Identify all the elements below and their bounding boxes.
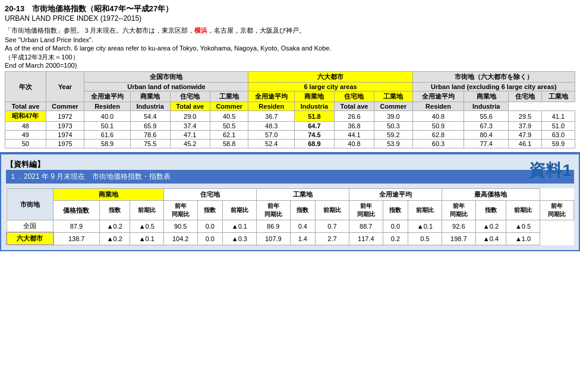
year-en-cell: 1973 [46,122,84,131]
s-ind-cell: 50.3 [374,122,413,131]
e-ind-cell: 59.9 [541,140,575,148]
table-cell: 1.4 [290,232,315,245]
yokohama-text: 横浜 [194,27,207,34]
bt-zen-zenki: 前期比 [408,201,442,220]
e-shogyo-jp: 商業地 [464,91,509,102]
table-cell: 2.7 [315,232,349,245]
e-ind-cell: 51.0 [541,122,575,131]
e-res-cell: 29.5 [509,111,542,122]
bt-kogyo-zenki: 前期比 [315,201,349,220]
year-en-cell: 1972 [46,111,84,122]
nationwide-header: 全国市街地 [84,72,248,83]
table-cell: ▲0.5 [506,220,540,233]
excluding-en: Urban land (excluding 6 large city areas… [412,83,575,91]
n-total-cell: 61.6 [84,131,131,140]
n-ind-cell: 58.8 [210,140,248,148]
title-en: URBAN LAND PRICE INDEX (1972--2015) [5,14,575,23]
s-res-cell: 26.6 [334,111,374,122]
s-zenyoto-jp: 全用途平均 [248,91,295,102]
e-total-cell: 60.3 [412,140,464,148]
sixcity-header: 六大都市 [248,72,412,83]
excluding-header: 市街地（六大都市を除く） [412,72,575,83]
bt-shogyo-zennen: 前年同期比 [163,201,197,220]
n-jutaku-en: Residen [84,102,131,111]
n-ind-cell: 40.5 [210,111,248,122]
n-ind-cell: 62.1 [210,131,248,140]
e-jutaku-en: Residen [412,102,464,111]
bottom-subtitle: １．2021 年 9 月末現在 市街地価格指数・指数表 [6,170,574,184]
table-cell: 117.4 [349,232,383,245]
e-ind-cell: 41.1 [541,111,575,122]
e-zenyoto-en: Total ave [334,102,374,111]
e-res-cell: 37.9 [509,122,542,131]
s-ind-cell: 39.0 [374,111,413,122]
year-en-cell: 1975 [46,140,84,148]
table-cell: ▲0.2 [475,220,506,233]
table-cell: ▲0.2 [99,220,130,233]
table-cell: 86.9 [256,220,290,233]
main-table: 年次 Year 全国市街地 六大都市 市街地（六大都市を除く） [5,71,575,148]
table-cell: ▲0.2 [99,232,130,245]
e-shogyo-en: Commer [374,102,413,111]
bt-jutaku-zenki: 前期比 [222,201,256,220]
s-total-cell: 52.4 [248,140,295,148]
sixcity-en: 6 large city areas [248,83,412,91]
s-res-cell: 36.8 [334,122,374,131]
s-total-cell: 57.0 [248,131,295,140]
n-shogyo-en: Commer [46,102,84,111]
table-cell: 0.0 [383,220,408,233]
s-ind-cell: 59.2 [374,131,413,140]
bottom-section: 資料1 【資料編】 １．2021 年 9 月末現在 市街地価格指数・指数表 市街… [0,153,580,251]
n-res-cell: 47.1 [170,131,210,140]
table-cell: 0.4 [290,220,315,233]
n-kogyo-jp: 工業地 [210,91,248,102]
table-cell: ▲0.5 [130,220,163,233]
table-cell: 107.9 [256,232,290,245]
n-com-cell: 78.6 [130,131,170,140]
e-com-cell: 80.4 [464,131,509,140]
year-jp-header: 年次 [5,72,46,102]
n-com-cell: 65.9 [130,122,170,131]
table-cell: ▲1.0 [506,232,540,245]
bt-shogyo-header: 商業地 [53,189,163,201]
n-total-cell: 58.9 [84,140,131,148]
bottom-table: 市街地 商業地 住宅地 工業地 全用途平均 最高価格地 価格指数 指数 前期比 … [6,188,574,245]
n-total-cell: 40.0 [84,111,131,122]
e-res-cell: 47.9 [509,131,542,140]
table-cell: ▲0.1 [408,220,442,233]
nationwide-en: Urban land of nationwide [84,83,248,91]
s-total-cell: 48.3 [248,122,295,131]
bt-zen-zennen: 前年同期比 [442,201,475,220]
e-kogyo-en: Industria [464,102,509,111]
s-com-cell: 74.5 [294,131,334,140]
table-cell: 90.5 [163,220,197,233]
e-total-cell: 40.8 [412,111,464,122]
bt-zen-shisu: 指数 [383,201,408,220]
s-shogyo-jp: 商業地 [294,91,334,102]
bracket-label: 【資料編】 [6,159,574,170]
note-jp-1: 「市街地価格指数」参照。３月末現在。六大都市は，東京区部，横浜，名古屋，京都，大… [5,26,575,35]
bt-saiko-header: 最高価格地 [442,189,540,201]
note-jp-2: （平成12年3月末＝100） [5,53,575,62]
s-shogyo-en: Commer [210,102,248,111]
table-cell: 104.2 [163,232,197,245]
bt-zenyoto-header: 全用途平均 [349,189,442,201]
table-cell: ▲0.4 [475,232,506,245]
table-cell: ▲0.3 [222,232,256,245]
s-res-cell: 40.8 [334,140,374,148]
bt-jutaku-shisu: 指数 [197,201,222,220]
s-zenyoto-en: Total ave [170,102,210,111]
e-total-cell: 62.8 [412,131,464,140]
bt-kogyo-header: 工業地 [256,189,349,201]
s-total-cell: 36.7 [248,111,295,122]
e-zenyoto-jp: 全用途平均 [412,91,464,102]
table-cell: ▲0.1 [222,220,256,233]
note-jp-post: ，名古屋，京都，大阪及び神戸。 [207,27,305,34]
table-cell: 0.0 [197,220,222,233]
n-res-cell: 29.0 [170,111,210,122]
year-jp-cell: 50 [5,140,46,148]
bt-sai-zennen: 前年同期比 [540,201,573,220]
e-com-cell: 77.4 [464,140,509,148]
n-ind-cell: 50.5 [210,122,248,131]
table-cell: 0.7 [315,220,349,233]
